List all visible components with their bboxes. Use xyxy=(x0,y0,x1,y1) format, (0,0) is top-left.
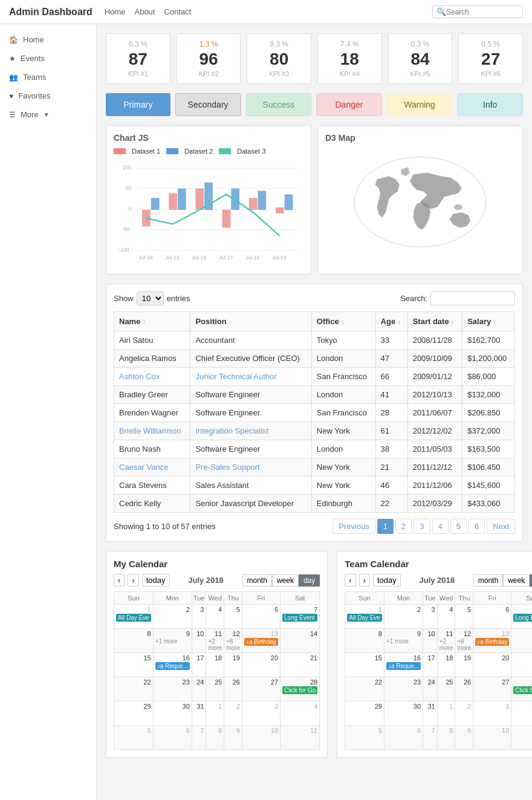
tcal-cell[interactable]: 1All Day Eve xyxy=(345,605,384,629)
tcal-cell[interactable]: 27 xyxy=(473,677,511,701)
cal-cell[interactable]: 23 xyxy=(153,677,192,701)
cal-cell[interactable]: 24 xyxy=(192,677,206,701)
tcal-cell[interactable]: 15 xyxy=(345,653,384,677)
cal-cell[interactable]: 26 xyxy=(224,677,242,701)
cal-cell[interactable]: 20 xyxy=(242,653,280,677)
cal-cell[interactable]: 2 xyxy=(153,605,192,629)
cal-cell[interactable]: 15 xyxy=(114,653,154,677)
tcal-cell[interactable]: 30 xyxy=(384,701,423,726)
pagination-page-6[interactable]: 6 xyxy=(469,519,485,534)
cal-cell[interactable]: 9 xyxy=(224,726,242,750)
pagination-page-3[interactable]: 3 xyxy=(414,519,430,534)
tcal-cell[interactable]: 11 xyxy=(511,726,532,750)
cal-cell[interactable]: 2 xyxy=(224,701,242,726)
tcal-cell[interactable]: 26 xyxy=(455,677,473,701)
nav-contact[interactable]: Contact xyxy=(164,7,191,16)
cal-cell[interactable]: 5 xyxy=(224,605,242,629)
nav-about[interactable]: About xyxy=(134,7,155,16)
col-office[interactable]: Office ↕ xyxy=(311,312,375,331)
cal-cell[interactable]: 10 xyxy=(242,726,280,750)
tcal-cell[interactable]: 28Click for Go xyxy=(511,677,532,701)
cal-cell[interactable]: 4 xyxy=(281,701,320,726)
tcal-cell[interactable]: 3 xyxy=(423,605,438,629)
cal-cell[interactable]: 11 xyxy=(281,726,320,750)
tcal-cell[interactable]: 16♪a Reque... xyxy=(384,653,423,677)
tcal-cell[interactable]: 25 xyxy=(437,677,455,701)
search-input[interactable] xyxy=(446,8,519,16)
tcal-cell-today[interactable]: 13♪a Birthday xyxy=(473,629,511,653)
tcal-cell[interactable]: 2 xyxy=(455,701,473,726)
cal-cell[interactable]: 6 xyxy=(153,726,192,750)
btn-primary[interactable]: Primary xyxy=(106,93,170,116)
tcal-cell[interactable]: 12+6 more xyxy=(455,629,473,653)
my-cal-month-btn[interactable]: month xyxy=(242,574,272,587)
team-cal-next-btn[interactable]: › xyxy=(359,574,370,587)
team-cal-month-btn[interactable]: month xyxy=(473,574,503,587)
entries-select[interactable]: 10 25 50 xyxy=(137,291,164,305)
cal-cell[interactable]: 21 xyxy=(281,653,320,677)
cal-cell[interactable]: 16♪a Reque... xyxy=(153,653,192,677)
tcal-cell[interactable]: 23 xyxy=(384,677,423,701)
tcal-cell[interactable]: 10 xyxy=(473,726,511,750)
sidebar-item-teams[interactable]: 👥 Teams xyxy=(0,68,96,86)
cal-cell[interactable]: 3 xyxy=(242,701,280,726)
cal-cell[interactable]: 10 xyxy=(192,629,206,653)
tcal-cell[interactable]: 8 xyxy=(437,726,455,750)
sidebar-item-home[interactable]: 🏠 Home xyxy=(0,30,96,49)
cal-cell[interactable]: 3 xyxy=(192,605,206,629)
cal-cell[interactable]: 22 xyxy=(114,677,154,701)
tcal-cell[interactable]: 14 xyxy=(511,629,532,653)
col-age[interactable]: Age ↕ xyxy=(375,312,407,331)
cal-cell[interactable]: 27 xyxy=(242,677,280,701)
tcal-cell[interactable]: 3 xyxy=(473,701,511,726)
cal-cell[interactable]: 17 xyxy=(192,653,206,677)
team-cal-day-btn[interactable]: day xyxy=(530,574,532,587)
tcal-cell[interactable]: 5 xyxy=(345,726,384,750)
tcal-cell[interactable]: 19 xyxy=(455,653,473,677)
btn-danger[interactable]: Danger xyxy=(316,93,382,116)
cal-cell[interactable]: 18 xyxy=(206,653,224,677)
cal-cell[interactable]: 11+2 more xyxy=(206,629,224,653)
my-cal-today-btn[interactable]: today xyxy=(142,574,170,587)
team-cal-prev-btn[interactable]: ‹ xyxy=(345,574,355,587)
tcal-cell[interactable]: 10 xyxy=(423,629,438,653)
my-cal-prev-btn[interactable]: ‹ xyxy=(114,574,125,587)
team-cal-week-btn[interactable]: week xyxy=(503,574,530,587)
tcal-cell[interactable]: 11+2 more xyxy=(437,629,455,653)
cal-cell[interactable]: 5 xyxy=(114,726,154,750)
my-cal-week-btn[interactable]: week xyxy=(272,574,299,587)
cal-cell[interactable]: 25 xyxy=(206,677,224,701)
tcal-cell[interactable]: 8 xyxy=(345,629,384,653)
cal-cell-today[interactable]: 13♪a Birthday xyxy=(242,629,280,653)
cal-cell[interactable]: 14 xyxy=(281,629,320,653)
tcal-cell[interactable]: 7Long Event xyxy=(511,605,532,629)
cal-cell[interactable]: 1All Day Eve xyxy=(114,605,154,629)
pagination-page-5[interactable]: 5 xyxy=(450,519,467,534)
my-cal-next-btn[interactable]: › xyxy=(128,574,138,587)
pagination-next[interactable]: Next xyxy=(487,519,515,534)
cal-cell[interactable]: 7 xyxy=(192,726,206,750)
btn-secondary[interactable]: Secondary xyxy=(175,93,241,116)
tcal-cell[interactable]: 18 xyxy=(437,653,455,677)
cal-cell[interactable]: 31 xyxy=(192,701,206,726)
cal-cell[interactable]: 8 xyxy=(206,726,224,750)
col-name[interactable]: Name ↕ xyxy=(114,312,190,331)
btn-warning[interactable]: Warning xyxy=(387,93,453,116)
tcal-cell[interactable]: 29 xyxy=(345,701,384,726)
sidebar-item-favorites[interactable]: ♥ Favorites xyxy=(0,86,96,105)
col-startdate[interactable]: Start date ↕ xyxy=(407,312,462,331)
pagination-page-4[interactable]: 4 xyxy=(432,519,449,534)
cal-cell[interactable]: 6 xyxy=(242,605,280,629)
tcal-cell[interactable]: 6 xyxy=(384,726,423,750)
cal-cell[interactable]: 8 xyxy=(114,629,154,653)
cal-cell[interactable]: 1 xyxy=(206,701,224,726)
tcal-cell[interactable]: 9+1 more xyxy=(384,629,423,653)
tcal-cell[interactable]: 2 xyxy=(384,605,423,629)
tcal-cell[interactable]: 22 xyxy=(345,677,384,701)
tcal-cell[interactable]: 21 xyxy=(511,653,532,677)
my-cal-day-btn[interactable]: day xyxy=(299,574,320,587)
cal-cell[interactable]: 4 xyxy=(206,605,224,629)
cal-cell[interactable]: 29 xyxy=(114,701,154,726)
cal-cell[interactable]: 12+6 more xyxy=(224,629,242,653)
col-position[interactable]: Position ↕ xyxy=(190,312,311,331)
